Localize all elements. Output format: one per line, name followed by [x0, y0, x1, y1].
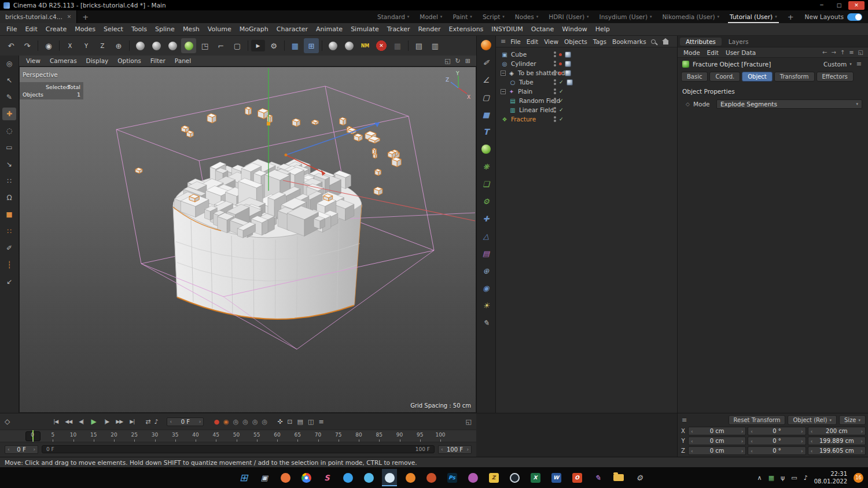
current-frame-field[interactable]: ‹0 F› — [167, 417, 204, 426]
attribute-panel-tab[interactable]: Layers — [723, 38, 755, 46]
arrow-dl-icon[interactable]: ↙ — [2, 275, 16, 288]
notes-icon[interactable]: ▤ — [479, 246, 493, 260]
tab-close-icon[interactable]: ✕ — [67, 14, 72, 20]
rotation-field[interactable]: ‹0 °› — [748, 437, 806, 445]
coordinate-mode-dropdown[interactable]: Object (Rel)▾ — [788, 415, 837, 425]
previous-frame-button[interactable]: ◀| — [75, 416, 87, 427]
panel-menu-icon[interactable]: ≡ — [680, 416, 689, 424]
up-icon[interactable]: ↑ — [840, 49, 845, 56]
tray-volume-icon[interactable]: ♪ — [804, 474, 808, 482]
stepper-left-icon[interactable]: ‹ — [691, 428, 693, 434]
close-button[interactable]: ✕ — [848, 1, 865, 10]
new-layout-button[interactable]: + — [782, 13, 799, 21]
tray-display-icon[interactable]: ▭ — [791, 474, 797, 482]
pen-icon[interactable]: ✎ — [2, 91, 16, 103]
menubar-item[interactable]: Character — [273, 25, 312, 33]
layout-tab[interactable]: Insydium (User) ▾ — [594, 10, 657, 23]
object-row[interactable]: ▤ Random Field ✓ — [496, 96, 677, 105]
menubar-item[interactable]: MoGraph — [236, 25, 273, 33]
move-sphere-icon[interactable] — [133, 38, 148, 53]
visibility-dots[interactable] — [554, 107, 556, 113]
menubar-item[interactable]: Create — [42, 25, 71, 33]
grid-icon[interactable]: ▦ — [288, 38, 303, 53]
record-rotation-button[interactable]: ◎ — [252, 418, 258, 426]
points-icon[interactable]: ∷ — [2, 175, 16, 187]
explorer-icon[interactable]: ▣ — [257, 469, 272, 486]
timeline-zoom-icon[interactable]: ◱ — [466, 418, 472, 426]
insydium-button[interactable]: NM — [358, 38, 373, 53]
object-manager-menu-item[interactable]: File — [507, 38, 524, 45]
visibility-dots[interactable] — [554, 98, 556, 103]
layout-tab[interactable]: Tutorial (User) ▾ — [724, 10, 782, 23]
stepper-left-icon[interactable]: ‹ — [751, 438, 753, 444]
object-manager-menu-item[interactable]: View — [541, 38, 561, 45]
mode-dropdown[interactable]: Explode Segments ▾ — [716, 99, 862, 109]
object-row[interactable]: ○ Tube ✓ — [496, 77, 677, 87]
attribute-tab[interactable]: Transform — [774, 72, 815, 82]
photoshop-icon[interactable]: Ps — [444, 469, 459, 486]
next-frame-button[interactable]: |▶ — [101, 416, 112, 427]
vegetation-icon[interactable]: ❋ — [479, 160, 493, 173]
firefox-icon[interactable] — [278, 469, 293, 486]
word-icon[interactable]: W — [549, 469, 564, 486]
object-manager-menu-item[interactable]: Tags — [590, 38, 609, 45]
enabled-checkmark[interactable]: ✓ — [559, 79, 564, 85]
clip-icon[interactable]: ▤ — [297, 418, 303, 426]
camera-icon[interactable]: ◉ — [479, 281, 493, 295]
settings-icon[interactable]: ⚙ — [632, 469, 647, 486]
viewport-options-icon[interactable]: ◱ — [444, 57, 450, 65]
position-field[interactable]: ‹0 cm› — [688, 446, 746, 455]
stepper-right-icon[interactable]: › — [741, 448, 744, 454]
layout-tab[interactable]: HDRI (User) ▾ — [543, 10, 594, 23]
new-layouts-toggle[interactable] — [847, 13, 862, 21]
move-tool-icon[interactable]: ✚ — [2, 108, 16, 120]
tray-shield-icon[interactable]: ▦ — [768, 474, 774, 482]
menubar-item[interactable]: Edit — [21, 25, 41, 33]
attribute-menu-item[interactable]: Mode — [680, 49, 704, 56]
stepper-left-icon[interactable]: ‹ — [811, 448, 813, 454]
modeling-icon[interactable]: ◳ — [197, 38, 212, 53]
protractor-icon[interactable]: ∠ — [479, 73, 493, 87]
mail-icon[interactable]: O — [569, 469, 584, 486]
notification-badge[interactable]: 16 — [854, 473, 863, 483]
menubar-item[interactable]: Animate — [312, 25, 347, 33]
lock-y-button[interactable]: Y — [79, 38, 94, 53]
popout-icon[interactable]: ◱ — [858, 49, 863, 56]
layout-tab[interactable]: Script ▾ — [477, 10, 510, 23]
stepper-right-icon[interactable]: › — [801, 438, 803, 444]
layout-tab[interactable]: Nikomedia (User) ▾ — [657, 10, 725, 23]
keyframe-nav-icon[interactable]: ◇ — [5, 417, 10, 426]
live-selection-icon[interactable]: ◉ — [41, 38, 56, 53]
go-to-end-button[interactable]: ▶| — [126, 416, 138, 427]
object-manager-menu-item[interactable]: Bookmarks — [609, 38, 649, 45]
home-icon[interactable] — [662, 38, 670, 46]
size-field[interactable]: ‹200 cm› — [808, 427, 866, 435]
tray-mic-icon[interactable]: ψ — [781, 474, 785, 482]
menubar-item[interactable]: Window — [558, 25, 591, 33]
record-position-button[interactable]: ◎ — [233, 418, 239, 426]
menubar-item[interactable]: Tools — [127, 25, 151, 33]
menubar-item[interactable]: Spline — [151, 25, 179, 33]
phong-tag-icon[interactable] — [565, 61, 571, 67]
sphere-a-icon[interactable] — [325, 38, 340, 53]
stepper-right-icon[interactable]: › — [860, 448, 863, 454]
menubar-item[interactable]: Volume — [204, 25, 236, 33]
object-row[interactable]: ◎ Cylinder — [496, 59, 677, 68]
visibility-dots[interactable] — [554, 51, 556, 57]
media-app-icon[interactable] — [465, 469, 480, 486]
stepper-right-icon[interactable]: › — [860, 438, 863, 444]
coord-system-button[interactable]: ⊕ — [111, 38, 126, 53]
attribute-tab[interactable]: Effectors — [816, 72, 854, 82]
stepper-left-icon[interactable]: ‹ — [691, 438, 693, 444]
attribute-tab[interactable]: Object — [742, 72, 773, 82]
tiles-icon[interactable]: ▤ — [411, 38, 426, 53]
start-button[interactable]: ⊞ — [236, 469, 251, 486]
globe-icon[interactable]: ⊕ — [479, 264, 493, 278]
stepper-left-icon[interactable]: ‹ — [170, 419, 172, 424]
undo-icon[interactable]: ↶ — [3, 38, 19, 53]
object-row[interactable]: ❖ Fracture ✓ — [496, 114, 677, 124]
autokey-button[interactable]: ◉ — [223, 418, 229, 426]
zip-icon[interactable]: Z — [486, 469, 501, 486]
object-row[interactable]: ▥ Linear Field ✓ — [496, 105, 677, 114]
ruler-icon[interactable]: △ — [479, 229, 493, 243]
